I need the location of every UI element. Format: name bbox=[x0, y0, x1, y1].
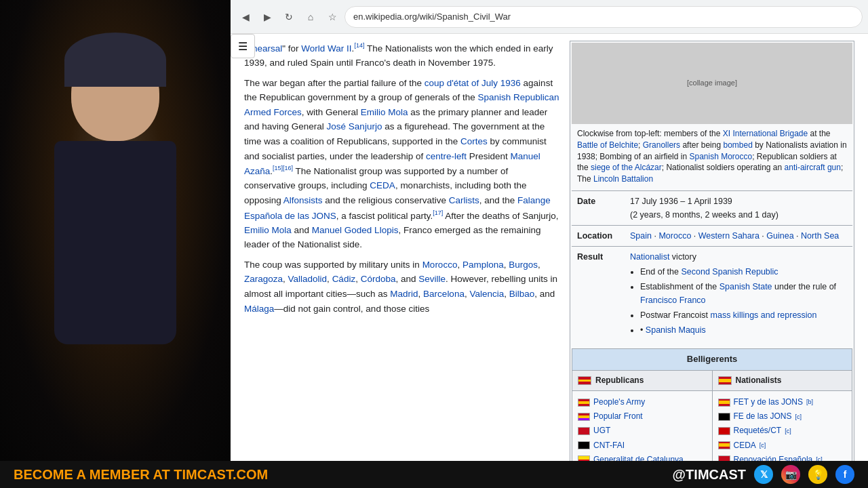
location-value: Spain · Morocco · Western Sahara · Guine… bbox=[630, 229, 847, 243]
link-spanish-state[interactable]: Spanish State bbox=[719, 282, 772, 291]
bulb-icon[interactable]: 💡 bbox=[808, 465, 827, 484]
link-second-republic[interactable]: Second Spanish Republic bbox=[681, 267, 778, 277]
link-ceda-bel[interactable]: CEDA bbox=[734, 439, 756, 452]
nav-forward-button[interactable]: ▶ bbox=[258, 7, 277, 26]
link-centre-left[interactable]: centre-left bbox=[426, 151, 467, 161]
link-burgos[interactable]: Burgos bbox=[509, 260, 538, 270]
link-carlists[interactable]: Carlists bbox=[449, 195, 479, 205]
flag-requetes bbox=[718, 427, 730, 435]
belligerents-header: Belligerents bbox=[572, 348, 852, 370]
result-item: Establishment of the Spanish State under… bbox=[640, 280, 847, 307]
nav-bookmark-button[interactable]: ☆ bbox=[323, 7, 342, 26]
flag-fet bbox=[718, 399, 730, 407]
list-icon-button[interactable]: ☰ bbox=[231, 34, 255, 58]
link-goded[interactable]: Manuel Goded Llopis bbox=[312, 225, 399, 235]
nationalist-flag bbox=[718, 376, 732, 385]
link-madrid[interactable]: Madrid bbox=[390, 289, 418, 299]
link-guinea[interactable]: Guinea bbox=[766, 231, 793, 241]
flag-fe bbox=[718, 413, 730, 421]
link-cordoba[interactable]: Córdoba bbox=[361, 274, 396, 284]
instagram-icon[interactable]: 📷 bbox=[781, 465, 800, 484]
link-coup[interactable]: coup d'état of July 1936 bbox=[425, 78, 521, 88]
link-bombed[interactable]: bombed bbox=[723, 140, 752, 150]
link-requetes[interactable]: Requetés/CT bbox=[734, 424, 782, 437]
banner-become-member: BECOME A MEMBER AT bbox=[14, 467, 174, 482]
bottom-banner: BECOME A MEMBER AT TIMCAST.COM @TIMCAST … bbox=[0, 461, 868, 488]
person-body bbox=[54, 141, 176, 344]
link-barcelona[interactable]: Barcelona bbox=[423, 289, 465, 299]
webcam-person bbox=[0, 0, 231, 461]
webcam-area bbox=[0, 0, 231, 461]
link-valladolid[interactable]: Valladolid bbox=[288, 274, 328, 284]
nav-back-button[interactable]: ◀ bbox=[236, 7, 255, 26]
link-cortes[interactable]: Cortes bbox=[460, 136, 488, 146]
link-alfonsists[interactable]: Alfonsists bbox=[283, 195, 323, 205]
link-zaragoza[interactable]: Zaragoza bbox=[244, 274, 283, 284]
flag-ceda bbox=[718, 441, 730, 449]
nav-home-button[interactable]: ⌂ bbox=[301, 7, 320, 26]
link-ugt[interactable]: UGT bbox=[593, 424, 610, 437]
link-peoples-army[interactable]: People's Army bbox=[593, 396, 645, 409]
link-fet[interactable]: FET y de las JONS bbox=[734, 396, 803, 409]
link-alcazar[interactable]: siege of the Alcázar bbox=[591, 163, 662, 172]
link-mola[interactable]: Emilio Mola bbox=[361, 107, 408, 117]
result-item: Postwar Francoist mass killings and repr… bbox=[640, 308, 847, 322]
link-popular-front[interactable]: Popular Front bbox=[593, 410, 643, 423]
browser-content: ☰ [collage image] Clockwise from top-lef… bbox=[231, 34, 868, 488]
location-label: Location bbox=[577, 229, 625, 243]
link-morocco2[interactable]: Morocco bbox=[422, 260, 458, 270]
link-anti-aircraft[interactable]: anti-aircraft gun bbox=[785, 163, 841, 172]
banner-handle: @TIMCAST bbox=[673, 467, 746, 483]
bel-item: CEDA[c] bbox=[718, 439, 847, 452]
link-mola2[interactable]: Emilio Mola bbox=[244, 225, 292, 235]
link-north-sea[interactable]: North Sea bbox=[801, 231, 839, 241]
link-wwii[interactable]: World War II bbox=[301, 43, 351, 54]
link-seville[interactable]: Seville bbox=[418, 274, 446, 284]
link-spanish-morocco[interactable]: Spanish Morocco bbox=[689, 152, 752, 161]
infobox-location-row: Location Spain · Morocco · Western Sahar… bbox=[572, 225, 852, 246]
banner-left-text: BECOME A MEMBER AT TIMCAST.COM bbox=[14, 467, 268, 483]
link-cadiz[interactable]: Cádiz bbox=[332, 274, 356, 284]
republicans-header: Republicans bbox=[572, 370, 713, 390]
link-azana[interactable]: Manuel Azaña bbox=[244, 151, 540, 176]
link-mass-killings[interactable]: mass killings and repression bbox=[711, 310, 817, 320]
link-bilbao[interactable]: Bilbao bbox=[509, 289, 535, 299]
link-belchite[interactable]: Battle of Belchite bbox=[577, 140, 638, 150]
link-sanjurjo[interactable]: José Sanjurjo bbox=[327, 121, 382, 131]
link-fe[interactable]: FE de las JONS bbox=[734, 410, 792, 423]
bel-item: FE de las JONS[c] bbox=[718, 410, 847, 423]
twitter-icon[interactable]: 𝕏 bbox=[754, 465, 773, 484]
browser-toolbar: ◀ ▶ ↻ ⌂ ☆ en.wikipedia.org/wiki/Spanish_… bbox=[231, 0, 868, 34]
link-western-sahara[interactable]: Western Sahara bbox=[698, 231, 760, 241]
link-valencia[interactable]: Valencia bbox=[469, 289, 504, 299]
banner-right: @TIMCAST 𝕏 📷 💡 f bbox=[673, 465, 854, 484]
infobox-image: [collage image] bbox=[572, 43, 852, 124]
link-nationalist[interactable]: Nationalist bbox=[630, 252, 669, 262]
person-shape bbox=[41, 46, 190, 385]
link-granollers[interactable]: Granollers bbox=[643, 140, 680, 150]
result-value: Nationalist victory End of the Second Sp… bbox=[630, 250, 847, 338]
infobox: [collage image] Clockwise from top-left:… bbox=[570, 41, 854, 488]
flag-popular-front bbox=[578, 413, 590, 421]
link-morocco[interactable]: Morocco bbox=[658, 231, 691, 241]
link-ceda[interactable]: CEDA bbox=[370, 180, 395, 190]
date-value: 17 July 1936 – 1 April 1939 (2 years, 8 … bbox=[630, 195, 847, 222]
link-maquis[interactable]: Spanish Maquis bbox=[646, 325, 706, 335]
link-xi-brigade[interactable]: XI International Brigade bbox=[723, 129, 808, 138]
nav-refresh-button[interactable]: ↻ bbox=[279, 7, 298, 26]
result-item: End of the Second Spanish Republic bbox=[640, 265, 847, 279]
link-spain[interactable]: Spain bbox=[630, 231, 652, 241]
link-pamplona[interactable]: Pamplona bbox=[462, 260, 504, 270]
address-bar[interactable]: en.wikipedia.org/wiki/Spanish_Civil_War bbox=[344, 6, 863, 28]
link-lincoln[interactable]: Lincoln Battalion bbox=[593, 174, 653, 184]
result-label: Result bbox=[577, 250, 625, 338]
person-head bbox=[71, 46, 159, 141]
facebook-icon[interactable]: f bbox=[835, 465, 854, 484]
link-cnt-fai[interactable]: CNT-FAI bbox=[593, 439, 625, 452]
bel-item: Requetés/CT[c] bbox=[718, 424, 847, 437]
bel-item: People's Army bbox=[578, 396, 707, 409]
wiki-article: [collage image] Clockwise from top-left:… bbox=[231, 34, 868, 488]
nationalists-header: Nationalists bbox=[712, 370, 852, 390]
link-malaga[interactable]: Málaga bbox=[244, 304, 274, 314]
link-franco[interactable]: Francisco Franco bbox=[640, 296, 706, 305]
